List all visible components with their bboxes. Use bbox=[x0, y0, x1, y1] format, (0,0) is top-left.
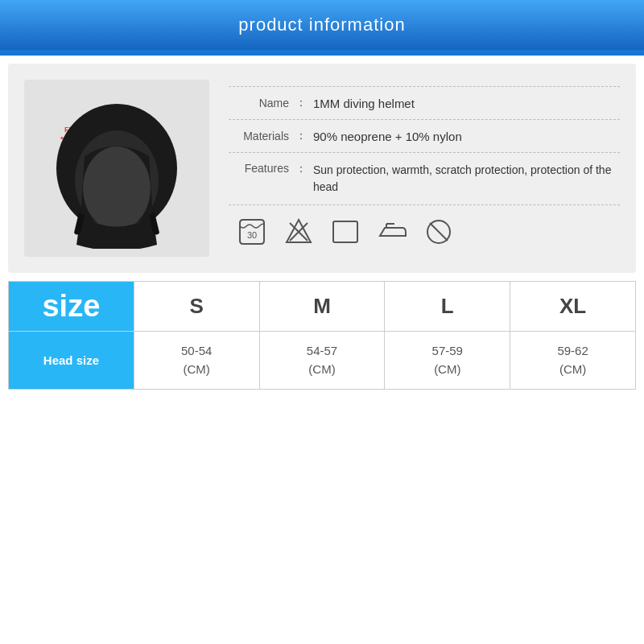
size-title: size bbox=[42, 289, 100, 323]
detail-row-features: Features ： Sun protection, warmth, scrat… bbox=[229, 153, 620, 205]
head-size-s: 50-54(CM) bbox=[134, 332, 259, 390]
size-data-row: Head size 50-54(CM) 54-57(CM) 57-59(CM) … bbox=[9, 332, 636, 390]
colon-materials: ： bbox=[289, 129, 313, 143]
label-materials: Materials bbox=[229, 130, 289, 142]
head-size-label: Head size bbox=[43, 353, 99, 367]
svg-line-14 bbox=[430, 223, 448, 241]
label-features: Features bbox=[229, 162, 289, 175]
header-banner: product information bbox=[0, 0, 644, 50]
head-size-xl: 59-62(CM) bbox=[510, 332, 636, 390]
size-col-xl: XL bbox=[510, 282, 636, 332]
value-name: 1MM diving helmet bbox=[313, 97, 415, 110]
size-section: size S M L XL Head size 50-54(CM) 54-57(… bbox=[8, 281, 636, 390]
colon-name: ： bbox=[289, 96, 313, 110]
page-title: product information bbox=[0, 14, 644, 35]
label-name: Name bbox=[229, 97, 289, 109]
head-size-l: 57-59(CM) bbox=[385, 332, 510, 390]
size-col-m: M bbox=[259, 282, 385, 332]
dry-flat-icon bbox=[330, 217, 361, 247]
helmet-illustration: FULMA ✦ bbox=[40, 88, 193, 249]
size-label-cell: size bbox=[9, 282, 134, 332]
size-header-row: size S M L XL bbox=[9, 282, 636, 332]
accent-stripe bbox=[0, 50, 644, 56]
wash-30-icon: 30 bbox=[237, 217, 267, 247]
colon-features: ： bbox=[289, 162, 313, 176]
value-materials: 90% neoprene + 10% nylon bbox=[313, 130, 462, 143]
head-size-label-cell: Head size bbox=[9, 332, 134, 390]
size-table: size S M L XL Head size 50-54(CM) 54-57(… bbox=[8, 281, 636, 390]
product-image: FULMA ✦ bbox=[24, 80, 209, 257]
no-dry-clean-icon bbox=[423, 217, 454, 247]
size-col-l: L bbox=[385, 282, 510, 332]
svg-point-4 bbox=[83, 147, 151, 230]
iron-icon bbox=[377, 217, 407, 247]
svg-rect-9 bbox=[333, 221, 357, 242]
no-bleach-icon bbox=[283, 217, 314, 247]
detail-row-materials: Materials ： 90% neoprene + 10% nylon bbox=[229, 120, 620, 153]
product-details: Name ： 1MM diving helmet Materials ： 90%… bbox=[229, 80, 620, 257]
size-col-s: S bbox=[134, 282, 259, 332]
care-icons-row: 30 bbox=[229, 205, 620, 252]
product-info-section: FULMA ✦ Name ： 1MM diving helmet bbox=[8, 64, 636, 273]
value-features: Sun protection, warmth, scratch protecti… bbox=[313, 162, 620, 196]
head-size-m: 54-57(CM) bbox=[259, 332, 385, 390]
svg-text:30: 30 bbox=[247, 230, 257, 240]
detail-row-name: Name ： 1MM diving helmet bbox=[229, 86, 620, 120]
